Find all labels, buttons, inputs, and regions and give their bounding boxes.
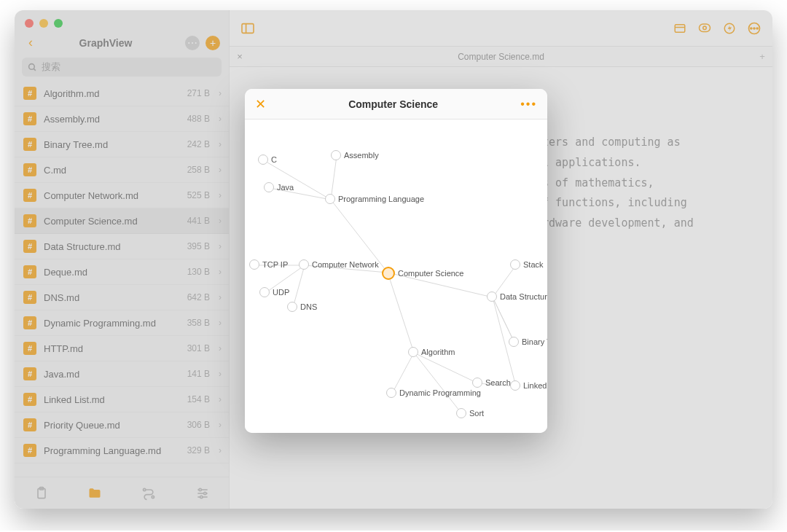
svg-point-17 (703, 26, 707, 30)
file-icon: # (23, 367, 36, 380)
svg-point-22 (756, 28, 758, 29)
chevron-right-icon: › (219, 394, 222, 404)
graph-node-cs[interactable]: Computer Science (382, 267, 464, 280)
file-name: Binary Tree.md (44, 139, 180, 150)
bottom-tab-clipboard[interactable] (34, 486, 49, 501)
file-icon: # (23, 444, 36, 457)
svg-point-9 (199, 488, 201, 490)
graph-node-label: Assembly (344, 151, 379, 160)
graph-node-bt[interactable]: Binary Tree (509, 337, 547, 347)
graph-node-udp[interactable]: UDP (259, 287, 289, 297)
graph-node-dot (510, 259, 520, 270)
graph-node-dot (331, 150, 341, 160)
file-row[interactable]: #C.md258 B› (15, 157, 229, 183)
header-add-button[interactable]: + (205, 36, 220, 50)
file-row[interactable]: #Data Structure.md395 B› (15, 234, 229, 259)
eye-icon[interactable] (697, 20, 713, 36)
traffic-close[interactable] (25, 19, 34, 28)
chevron-right-icon: › (219, 114, 222, 124)
graph-node-cn[interactable]: Computer Network (299, 259, 379, 270)
tab-title[interactable]: Computer Science.md (250, 47, 752, 66)
file-row[interactable]: #DNS.md642 B› (15, 285, 229, 310)
file-icon: # (23, 189, 36, 202)
graph-node-algo[interactable]: Algorithm (408, 347, 455, 357)
graph-node-ll[interactable]: Linked List (510, 380, 547, 391)
bottom-tab-folder[interactable] (87, 486, 102, 501)
graph-node-dot (382, 267, 395, 280)
header-dots-icon[interactable]: ⋯ (185, 36, 200, 50)
graph-node-dp[interactable]: Dynamic Programming (386, 388, 481, 398)
file-row[interactable]: #Computer Science.md441 B› (15, 208, 229, 234)
bottom-tab-route[interactable] (141, 486, 157, 501)
graph-node-ds[interactable]: Data Structure (487, 292, 547, 302)
chevron-right-icon: › (219, 216, 222, 226)
graph-node-label: Computer Science (398, 269, 464, 278)
search-placeholder: 搜索 (42, 60, 60, 74)
tab-close-button[interactable]: × (230, 47, 250, 66)
svg-line-36 (414, 353, 478, 383)
file-row[interactable]: #Algorithm.md271 B› (15, 81, 229, 106)
file-row[interactable]: #Assembly.md488 B› (15, 106, 229, 132)
file-row[interactable]: #Binary Tree.md242 B› (15, 132, 229, 157)
file-icon: # (23, 418, 36, 431)
file-name: Linked List.md (44, 394, 180, 405)
file-name: HTTP.md (44, 343, 180, 354)
graph-node-search[interactable]: Search (472, 378, 511, 388)
sidebar: ‹ GraphView ⋯ + 搜索 #Algorithm.md271 B›#A… (15, 10, 230, 509)
file-row[interactable]: #Dynamic Programming.md358 B› (15, 310, 229, 336)
bolt-icon[interactable] (721, 20, 737, 36)
file-name: Algorithm.md (44, 88, 180, 99)
graph-canvas[interactable]: CJavaAssemblyProgramming LanguageTCP IPC… (245, 120, 547, 433)
graph-node-sort[interactable]: Sort (456, 408, 484, 418)
traffic-minimize[interactable] (39, 19, 48, 28)
graph-node-pl[interactable]: Programming Language (325, 194, 424, 204)
graph-modal: ✕ Computer Science ••• CJavaAssemblyProg… (245, 89, 547, 433)
file-row[interactable]: #Deque.md130 B› (15, 259, 229, 285)
file-row[interactable]: #Priority Queue.md306 B› (15, 412, 229, 438)
file-size: 306 B (187, 420, 210, 430)
search-icon (28, 63, 37, 72)
file-size: 358 B (187, 318, 210, 328)
bottom-tab-sliders[interactable] (195, 486, 210, 501)
graph-node-dns[interactable]: DNS (287, 302, 317, 312)
file-row[interactable]: #Programming Language.md329 B› (15, 438, 229, 463)
graph-node-dot (472, 378, 482, 388)
file-row[interactable]: #Computer Network.md525 B› (15, 183, 229, 208)
file-name: Deque.md (44, 267, 180, 278)
tab-add-button[interactable]: + (752, 47, 772, 66)
file-size: 395 B (187, 241, 210, 251)
file-size: 271 B (187, 88, 210, 98)
graph-node-tcpip[interactable]: TCP IP (249, 259, 288, 270)
file-row[interactable]: #Java.md141 B› (15, 361, 229, 387)
window-controls (15, 10, 229, 31)
sidebar-toggle-icon[interactable] (240, 20, 256, 36)
file-row[interactable]: #HTTP.md301 B› (15, 336, 229, 361)
graph-node-assembly[interactable]: Assembly (331, 150, 379, 160)
graph-node-dot (258, 154, 268, 165)
modal-more-icon[interactable]: ••• (520, 98, 537, 111)
graph-node-stack[interactable]: Stack (510, 259, 544, 270)
file-icon: # (23, 163, 36, 176)
graph-node-dot (249, 259, 259, 270)
graph-node-label: Binary Tree (522, 337, 547, 346)
file-size: 642 B (187, 292, 210, 302)
graph-node-c[interactable]: C (258, 154, 277, 165)
file-icon: # (23, 291, 36, 304)
graph-node-dot (325, 194, 335, 204)
svg-point-21 (753, 28, 755, 29)
file-icon: # (23, 342, 36, 355)
file-icon: # (23, 138, 36, 151)
file-row[interactable]: #Linked List.md154 B› (15, 387, 229, 412)
cards-icon[interactable] (672, 20, 688, 36)
search-input[interactable]: 搜索 (22, 58, 222, 77)
traffic-zoom[interactable] (54, 19, 63, 28)
svg-point-10 (203, 492, 205, 494)
more-icon[interactable] (746, 20, 762, 36)
svg-rect-12 (242, 23, 254, 33)
graph-node-label: Programming Language (338, 195, 424, 203)
file-list: #Algorithm.md271 B›#Assembly.md488 B›#Bi… (15, 81, 229, 477)
graph-node-java[interactable]: Java (264, 182, 294, 192)
file-size: 488 B (187, 114, 210, 124)
file-name: Computer Network.md (44, 190, 180, 201)
file-icon: # (23, 112, 36, 125)
